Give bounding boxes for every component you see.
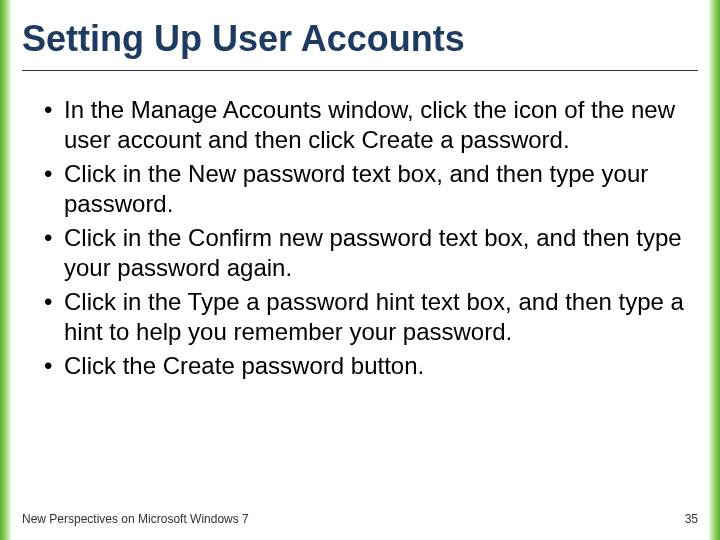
bullet-item: Click in the New password text box, and … bbox=[44, 159, 688, 219]
slide-footer: New Perspectives on Microsoft Windows 7 … bbox=[22, 512, 698, 526]
bullet-item: In the Manage Accounts window, click the… bbox=[44, 95, 688, 155]
bullet-item: Click in the Confirm new password text b… bbox=[44, 223, 688, 283]
bullet-item: Click in the Type a password hint text b… bbox=[44, 287, 688, 347]
right-decorative-border bbox=[708, 0, 720, 540]
left-decorative-border bbox=[0, 0, 12, 540]
page-number: 35 bbox=[685, 512, 698, 526]
slide-title: Setting Up User Accounts bbox=[22, 18, 698, 71]
footer-source: New Perspectives on Microsoft Windows 7 bbox=[22, 512, 249, 526]
slide-content: Setting Up User Accounts In the Manage A… bbox=[22, 18, 698, 540]
bullet-list: In the Manage Accounts window, click the… bbox=[22, 95, 698, 381]
bullet-item: Click the Create password button. bbox=[44, 351, 688, 381]
